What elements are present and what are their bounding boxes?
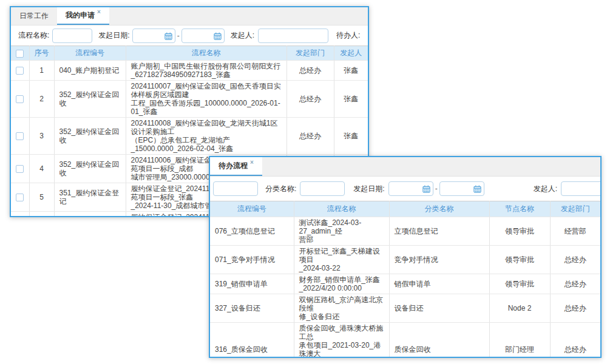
col-header-code: 流程编号 [54, 46, 126, 61]
col-header-name: 流程名称 [294, 201, 389, 217]
row-checkbox[interactable] [16, 194, 24, 201]
tab-bar: 待办流程 × [210, 157, 600, 177]
row-checkbox[interactable] [16, 132, 24, 140]
table-row[interactable]: 2 352_履约保证金回收 2024110007_履约保证金回收_国色天香项目实… [11, 81, 368, 118]
col-header-dept: 发起部门 [287, 46, 334, 61]
close-icon[interactable]: × [97, 8, 101, 15]
date-range-separator: - [435, 184, 438, 193]
table-row[interactable]: 319_销假申请单 财务部_销假申请单_张鑫 _2022/4/20 0:00:0… [210, 274, 600, 294]
table-row[interactable]: 316_质保金回收 质保金回收_港珠澳大桥施工总 承包项目_2021-03-20… [210, 323, 600, 359]
filter-bar: 流程名称: 发起日期: - 发起人: 待办人: [11, 25, 368, 46]
table-header-row: 序号 流程编号 流程名称 发起部门 发起人 [11, 46, 368, 61]
initiator-input[interactable] [258, 29, 328, 43]
table-header-row: 流程编号 流程名称 分类名称 节点名称 发起部门 [210, 201, 600, 217]
pending-processes-window: 待办流程 × 分类名称: 发起日期: - 发起人: 流程编号 流程名称 分类名称… [209, 156, 602, 358]
col-header-category: 分类名称 [389, 201, 489, 217]
filter-bar: 分类名称: 发起日期: - 发起人: [210, 177, 600, 201]
calendar-icon[interactable] [214, 32, 222, 40]
tab-pending-processes[interactable]: 待办流程 × [210, 157, 262, 176]
close-icon[interactable]: × [250, 159, 254, 166]
col-header-code: 流程编号 [210, 201, 294, 217]
pending-processes-table: 流程编号 流程名称 分类名称 节点名称 发起部门 076_立项信息登记 测试张鑫… [210, 201, 600, 358]
calendar-icon[interactable] [422, 185, 430, 193]
initiator-label: 发起人: [534, 184, 557, 194]
calendar-icon[interactable] [473, 185, 481, 193]
table-row[interactable]: 3 352_履约保证金回收 2024110008_履约保证金回收_龙湖天街城1区… [11, 118, 368, 155]
tab-label: 我的申请 [66, 10, 95, 21]
table-row[interactable]: 1 040_账户期初登记 账户期初_中国民生银行股份有限公司朝阳支行 _6271… [11, 61, 368, 81]
col-header-node: 节点名称 [489, 201, 550, 217]
table-row[interactable]: 076_立项信息登记 测试张鑫_2024-03-27_admin_经 营部 立项… [210, 217, 600, 246]
tab-bar: 日常工作 我的申请 × [11, 7, 368, 25]
col-header-name: 流程名称 [126, 46, 287, 61]
process-name-label: 流程名称: [18, 30, 49, 41]
row-checkbox[interactable] [16, 67, 24, 75]
category-name-input[interactable] [300, 181, 345, 196]
start-date-label: 发起日期: [353, 184, 384, 194]
initiator-label: 发起人: [231, 30, 254, 41]
process-name-input[interactable] [52, 29, 92, 43]
tab-label: 日常工作 [19, 11, 49, 21]
table-row[interactable]: 327_设备归还 双钢压路机_京沪高速北京段维 修_设备归还 设备归还 Node… [210, 294, 600, 323]
tab-daily-work[interactable]: 日常工作 [11, 7, 57, 25]
row-checkbox[interactable] [16, 165, 24, 173]
category-name-label: 分类名称: [265, 184, 296, 194]
select-all-cell [11, 46, 29, 61]
select-all-checkbox[interactable] [16, 50, 24, 58]
row-checkbox[interactable] [16, 95, 24, 103]
tab-my-applications[interactable]: 我的申请 × [57, 7, 109, 25]
start-date-label: 发起日期: [98, 30, 129, 41]
table-row[interactable]: 071_竞争对手情况 开标登记_张鑫_天梯建设项目 _2024-03-22 竞争… [210, 246, 600, 274]
date-range-separator: - [177, 32, 180, 40]
initiator-input[interactable] [561, 181, 600, 196]
tab-label: 待办流程 [219, 161, 248, 171]
col-header-initiator: 发起人 [334, 46, 368, 61]
assignee-label: 待办人: [336, 30, 360, 41]
process-name-input[interactable] [213, 181, 258, 196]
col-header-no: 序号 [29, 46, 54, 61]
col-header-dept: 发起部门 [550, 201, 600, 217]
calendar-icon[interactable] [164, 32, 172, 40]
